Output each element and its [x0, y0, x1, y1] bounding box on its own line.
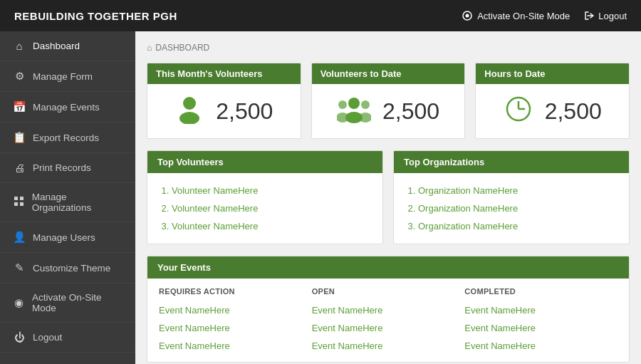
- sidebar-item-label-dashboard: Dashboard: [33, 41, 80, 51]
- stat-number-1: 2,500: [382, 98, 439, 125]
- logout-topbar-button[interactable]: Logout: [584, 11, 627, 21]
- app-title: REBUILDING TOGETHER PGH: [14, 10, 177, 22]
- breadcrumb: ⌂ DASHBOARD: [147, 43, 630, 53]
- manage-events-icon: 📅: [13, 100, 26, 113]
- events-grid: REQUIRES ACTIONOPENCOMPLETEDEvent NameHe…: [147, 279, 629, 362]
- events-col-header-1: OPEN: [312, 287, 465, 300]
- stat-card-body-0: 2,500: [147, 84, 301, 138]
- event-link-col1-row2[interactable]: Event NameHere: [312, 338, 465, 353]
- events-col-header-0: REQUIRES ACTION: [159, 287, 312, 300]
- sidebar-item-label-manage-events: Manage Events: [33, 102, 100, 113]
- volunteer-list-item: Volunteer NameHere: [172, 217, 371, 235]
- sidebar-item-dashboard[interactable]: ⌂Dashboard: [0, 31, 135, 61]
- logout-icon: [584, 11, 594, 21]
- event-link-col2-row2[interactable]: Event NameHere: [464, 338, 617, 353]
- organization-list-item: Organization NameHere: [418, 182, 617, 199]
- organization-list-item: Organization NameHere: [418, 217, 617, 235]
- organization-list-item: Organization NameHere: [418, 199, 617, 217]
- top-volunteers-card: Top Volunteers Volunteer NameHereVolunte…: [147, 150, 383, 244]
- clock-icon: [504, 94, 533, 128]
- svg-point-6: [183, 97, 196, 110]
- main-content: ⌂ DASHBOARD This Month's Volunteers2,500…: [135, 31, 641, 364]
- svg-point-7: [179, 112, 199, 124]
- sidebar-item-manage-users[interactable]: 👤Manage Users: [0, 222, 135, 253]
- top-volunteers-header: Top Volunteers: [147, 151, 382, 173]
- sidebar-item-label-manage-organizations: Manage Organizations: [32, 192, 123, 213]
- svg-point-10: [338, 100, 347, 109]
- stat-card-1: Volunteers to Date2,500: [311, 63, 466, 139]
- events-card-header: Your Events: [147, 256, 629, 279]
- stat-number-0: 2,500: [216, 98, 273, 125]
- breadcrumb-home-icon: ⌂: [147, 43, 152, 53]
- svg-rect-5: [20, 202, 24, 206]
- print-records-icon: 🖨: [13, 162, 26, 174]
- activate-onsite-icon: ◉: [13, 296, 25, 309]
- svg-point-13: [359, 113, 371, 123]
- sidebar-item-label-manage-users: Manage Users: [33, 232, 95, 243]
- events-card: Your Events REQUIRES ACTIONOPENCOMPLETED…: [147, 256, 630, 363]
- volunteer-list-item: Volunteer NameHere: [172, 182, 371, 199]
- sidebar-item-manage-form[interactable]: ⚙Manage Form: [0, 61, 135, 92]
- sidebar-item-label-activate-onsite: Activate On-Site Mode: [32, 292, 123, 313]
- top-volunteers-body: Volunteer NameHereVolunteer NameHereVolu…: [147, 173, 382, 244]
- stat-card-body-1: 2,500: [312, 84, 465, 138]
- manage-users-icon: 👤: [13, 231, 26, 244]
- svg-point-12: [361, 100, 370, 109]
- svg-rect-2: [14, 197, 18, 200]
- sidebar-item-customize-theme[interactable]: ✎Customize Theme: [0, 253, 135, 284]
- activate-onsite-topbar-button[interactable]: Activate On-Site Mode: [462, 10, 570, 21]
- stat-number-2: 2,500: [545, 98, 602, 125]
- top-organizations-card: Top Organizations Organization NameHereO…: [393, 150, 630, 244]
- event-link-col0-row1[interactable]: Event NameHere: [159, 321, 312, 336]
- topbar: REBUILDING TOGETHER PGH Activate On-Site…: [0, 0, 641, 31]
- sidebar-item-label-print-records: Print Records: [33, 162, 91, 173]
- event-link-col1-row0[interactable]: Event NameHere: [312, 303, 465, 318]
- sidebar-item-logout[interactable]: ⏻Logout: [0, 323, 135, 353]
- sidebar-item-export-records[interactable]: 📋Export Records: [0, 123, 135, 153]
- logout-icon: ⏻: [13, 331, 26, 343]
- sidebar-item-activate-onsite[interactable]: ◉Activate On-Site Mode: [0, 284, 135, 323]
- top-organizations-body: Organization NameHereOrganization NameHe…: [394, 173, 629, 244]
- stat-card-body-2: 2,500: [476, 84, 629, 138]
- person-icon: [174, 94, 204, 128]
- event-link-col1-row1[interactable]: Event NameHere: [312, 321, 465, 336]
- sidebar-item-label-manage-form: Manage Form: [33, 71, 93, 82]
- stat-card-header-2: Hours to Date: [476, 63, 629, 84]
- events-col-header-2: COMPLETED: [464, 287, 617, 300]
- stat-card-header-1: Volunteers to Date: [312, 63, 465, 84]
- topbar-actions: Activate On-Site Mode Logout: [462, 10, 627, 21]
- layout: ⌂Dashboard⚙Manage Form📅Manage Events📋Exp…: [0, 31, 641, 364]
- manage-organizations-icon: ​: [13, 196, 25, 209]
- sidebar-item-print-records[interactable]: 🖨Print Records: [0, 153, 135, 183]
- sidebar-item-manage-events[interactable]: 📅Manage Events: [0, 92, 135, 123]
- middle-row: Top Volunteers Volunteer NameHereVolunte…: [147, 150, 630, 244]
- group-icon: [337, 94, 371, 128]
- dashboard-icon: ⌂: [13, 40, 26, 52]
- event-link-col0-row0[interactable]: Event NameHere: [159, 303, 312, 318]
- customize-theme-icon: ✎: [13, 261, 26, 274]
- stat-card-0: This Month's Volunteers2,500: [147, 63, 301, 139]
- event-link-col2-row0[interactable]: Event NameHere: [464, 303, 617, 318]
- svg-point-8: [348, 98, 360, 109]
- svg-point-1: [466, 14, 469, 18]
- event-link-col2-row1[interactable]: Event NameHere: [464, 321, 617, 336]
- svg-rect-3: [20, 197, 24, 200]
- sidebar-item-label-customize-theme: Customize Theme: [33, 263, 110, 274]
- event-link-col0-row2[interactable]: Event NameHere: [159, 338, 312, 353]
- volunteer-list-item: Volunteer NameHere: [172, 199, 371, 217]
- stats-row: This Month's Volunteers2,500Volunteers t…: [147, 63, 630, 139]
- top-organizations-header: Top Organizations: [394, 151, 629, 173]
- svg-point-11: [337, 113, 349, 123]
- sidebar: ⌂Dashboard⚙Manage Form📅Manage Events📋Exp…: [0, 31, 135, 364]
- sidebar-item-label-logout: Logout: [33, 332, 62, 343]
- stat-card-header-0: This Month's Volunteers: [147, 63, 301, 84]
- sidebar-item-manage-organizations[interactable]: ​Manage Organizations: [0, 183, 135, 222]
- manage-form-icon: ⚙: [13, 70, 26, 83]
- sidebar-item-label-export-records: Export Records: [33, 132, 99, 143]
- onsite-icon: [462, 10, 473, 21]
- stat-card-2: Hours to Date2,500: [475, 63, 630, 139]
- svg-rect-4: [14, 202, 18, 206]
- export-records-icon: 📋: [13, 131, 26, 144]
